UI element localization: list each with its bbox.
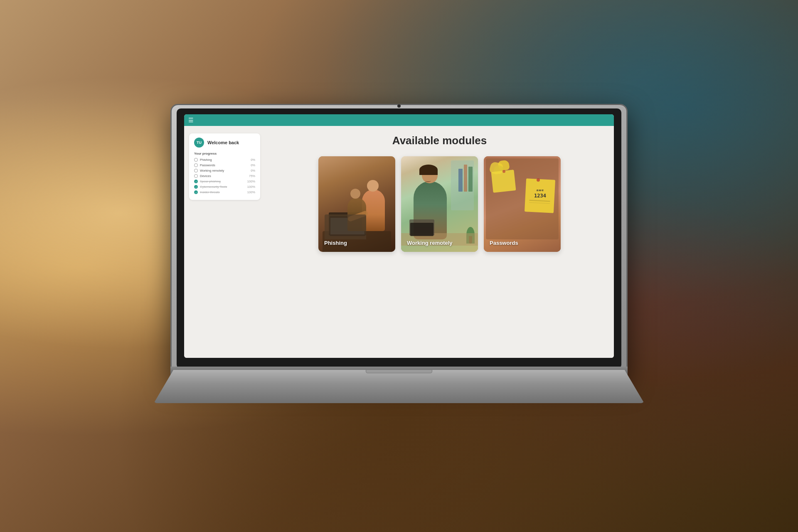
progress-circle-passwords: [194, 163, 198, 167]
progress-title: Your progress: [194, 152, 255, 155]
progress-circle-spear-phishing: [194, 180, 198, 183]
camera: [397, 104, 401, 108]
progress-circle-insider-threats: [194, 190, 198, 194]
welcome-card: TU Welcome back Your progress Phishing: [189, 133, 260, 200]
screen-bezel: ☰ TU Welcome back: [177, 108, 621, 369]
progress-item-working-remotely[interactable]: Working remotely 0%: [194, 169, 255, 172]
laptop-base: [154, 370, 644, 403]
progress-label-phishing: Phishing: [200, 158, 249, 162]
progress-pct-insider-threats: 100%: [247, 190, 255, 194]
app-topbar: ☰: [184, 114, 614, 126]
progress-pct-cybersecurity-tools: 100%: [247, 185, 255, 189]
progress-label-spear-phishing: Spear phishing: [200, 180, 245, 183]
module-label-passwords: Passwords: [490, 240, 518, 246]
left-panel: TU Welcome back Your progress Phishing: [184, 126, 265, 358]
progress-pct-devices: 75%: [249, 174, 255, 178]
laptop: ☰ TU Welcome back: [170, 104, 628, 428]
progress-item-devices[interactable]: Devices 75%: [194, 174, 255, 178]
laptop-lid: ☰ TU Welcome back: [170, 104, 628, 378]
remote-scene: [401, 156, 478, 252]
progress-circle-phishing: [194, 158, 198, 162]
progress-circle-cybersecurity-tools: [194, 185, 198, 189]
progress-item-cybersecurity-tools[interactable]: Cybersecurity Tools 100%: [194, 185, 255, 189]
progress-label-insider-threats: Insider threats: [200, 190, 245, 194]
progress-label-passwords: Passwords: [200, 163, 249, 167]
progress-label-cybersecurity-tools: Cybersecurity Tools: [200, 185, 245, 189]
module-label-phishing: Phishing: [324, 240, 347, 246]
progress-pct-passwords: 0%: [251, 163, 255, 167]
password-scene: awe 1234: [484, 156, 561, 252]
progress-pct-working-remotely: 0%: [251, 169, 255, 172]
progress-label-devices: Devices: [200, 174, 247, 178]
welcome-label: Welcome back: [207, 140, 239, 145]
progress-item-phishing[interactable]: Phishing 0%: [194, 158, 255, 162]
menu-icon[interactable]: ☰: [188, 117, 194, 123]
progress-section: Your progress Phishing 0%: [194, 152, 255, 194]
phishing-scene: [318, 156, 395, 252]
progress-pct-spear-phishing: 100%: [247, 180, 255, 183]
main-content: Available modules: [265, 126, 614, 358]
module-card-phishing[interactable]: Phishing: [318, 156, 395, 252]
avatar: TU: [194, 138, 204, 148]
welcome-header: TU Welcome back: [194, 138, 255, 148]
progress-item-insider-threats[interactable]: Insider threats 100%: [194, 190, 255, 194]
screen: ☰ TU Welcome back: [184, 114, 614, 358]
progress-circle-working-remotely: [194, 169, 198, 172]
progress-item-spear-phishing[interactable]: Spear phishing 100%: [194, 180, 255, 183]
module-card-working-remotely[interactable]: Working remotely: [401, 156, 478, 252]
modules-grid: Phishing: [278, 156, 601, 252]
progress-item-passwords[interactable]: Passwords 0%: [194, 163, 255, 167]
app-content: TU Welcome back Your progress Phishing: [184, 126, 614, 358]
page-title: Available modules: [278, 134, 601, 147]
module-label-working-remotely: Working remotely: [407, 240, 453, 246]
progress-label-working-remotely: Working remotely: [200, 169, 249, 172]
progress-pct-phishing: 0%: [251, 158, 255, 162]
progress-circle-devices: [194, 174, 198, 178]
module-card-passwords[interactable]: awe 1234: [484, 156, 561, 252]
